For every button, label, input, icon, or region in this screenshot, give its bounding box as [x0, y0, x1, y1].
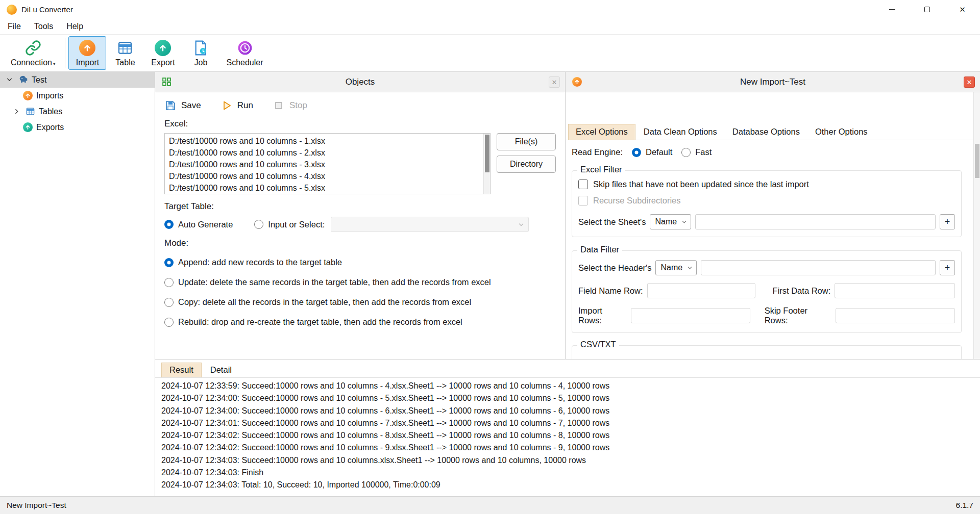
tree-item-test[interactable]: Test: [0, 72, 155, 88]
auto-generate-option[interactable]: Auto Generate: [164, 220, 233, 229]
excel-file-area: D:/test/10000 rows and 10 columns - 1.xl…: [164, 133, 556, 194]
window-title: DiLu Converter: [21, 5, 73, 14]
header-name-input[interactable]: [701, 260, 936, 275]
import-icon: [79, 39, 96, 57]
directory-button[interactable]: Directory: [497, 156, 556, 173]
file-list-scrollbar-thumb[interactable]: [485, 135, 489, 172]
toolbar-table-button[interactable]: Table: [106, 36, 144, 70]
import-close-button[interactable]: ✕: [964, 76, 975, 88]
run-button[interactable]: Run: [220, 99, 253, 112]
fast-label: Fast: [695, 147, 712, 157]
select-sheet-row: Select the Sheet's Name +: [578, 214, 955, 229]
tree-item-imports[interactable]: Imports: [0, 88, 155, 104]
minimize-button[interactable]: [874, 0, 910, 19]
stop-button[interactable]: Stop: [273, 99, 307, 112]
toolbar-import-button[interactable]: Import: [68, 36, 106, 70]
import-panel-scrollbar[interactable]: [973, 92, 980, 359]
minimize-icon: [889, 9, 895, 10]
target-table-select[interactable]: [331, 217, 529, 232]
tab-database-options[interactable]: Database Options: [725, 124, 807, 140]
skip-files-option[interactable]: Skip files that have not been updated si…: [578, 179, 955, 189]
read-engine-default-option[interactable]: Default: [632, 147, 672, 157]
file-list-item[interactable]: D:/test/10000 rows and 10 columns - 2.xl…: [169, 147, 482, 159]
menu-file[interactable]: File: [1, 19, 28, 35]
status-version: 6.1.7: [956, 501, 973, 510]
chevron-right-icon[interactable]: [11, 107, 21, 117]
close-button[interactable]: ✕: [945, 0, 980, 19]
menu-help[interactable]: Help: [60, 19, 90, 35]
chevron-down-icon[interactable]: [4, 75, 14, 85]
excel-filter-title: Excel Filter: [577, 165, 625, 174]
sheet-match-value: Name: [655, 217, 677, 226]
chevron-down-icon: [518, 222, 524, 228]
file-list-item[interactable]: D:/test/10000 rows and 10 columns - 3.xl…: [169, 159, 482, 170]
log-line: 2024-10-07 12:34:01: Succeed:10000 rows …: [161, 417, 974, 429]
tree-item-label: Exports: [36, 123, 64, 132]
read-engine-fast-option[interactable]: Fast: [681, 147, 712, 157]
titlebar: DiLu Converter ✕: [0, 0, 980, 19]
recurse-subdirectories-checkbox: [578, 196, 588, 205]
toolbar-scheduler-label: Scheduler: [226, 58, 263, 67]
add-header-filter-button[interactable]: +: [940, 260, 955, 275]
plus-icon: +: [945, 217, 950, 227]
log-line: 2024-10-07 12:34:00: Succeed:10000 rows …: [161, 392, 974, 404]
file-list-item[interactable]: D:/test/10000 rows and 10 columns - 5.xl…: [169, 182, 482, 194]
row-numbers-row-2: Import Rows: Skip Footer Rows:: [578, 306, 955, 325]
menu-tools[interactable]: Tools: [28, 19, 60, 35]
excel-filter-group: Excel Filter Skip files that have not be…: [572, 170, 962, 237]
tab-data-clean-options[interactable]: Data Clean Options: [636, 124, 724, 140]
plus-icon: +: [945, 263, 950, 273]
mode-options: Append: add new records to the target ta…: [164, 252, 556, 332]
input-or-select-option[interactable]: Input or Select:: [254, 220, 325, 229]
excel-file-list[interactable]: D:/test/10000 rows and 10 columns - 1.xl…: [164, 133, 491, 194]
add-sheet-filter-button[interactable]: +: [940, 214, 955, 229]
field-name-row-input[interactable]: [647, 283, 755, 298]
file-list-scrollbar[interactable]: [483, 134, 490, 194]
mode-option-append[interactable]: Append: add new records to the target ta…: [164, 252, 556, 272]
tab-other-options[interactable]: Other Options: [808, 124, 875, 140]
toolbar-connection-button[interactable]: Connection▾: [4, 36, 62, 70]
toolbar-table-label: Table: [115, 58, 135, 67]
mode-option-update[interactable]: Update: delete the same records in the t…: [164, 272, 556, 292]
close-icon: ✕: [552, 79, 557, 86]
file-list-item[interactable]: D:/test/10000 rows and 10 columns - 4.xl…: [169, 170, 482, 182]
objects-grid-icon: [161, 77, 172, 87]
header-match-select[interactable]: Name: [655, 260, 697, 275]
target-table-row: Auto Generate Input or Select:: [164, 217, 556, 232]
skip-files-label: Skip files that have not been updated si…: [593, 179, 809, 189]
import-panel-header: New Import~Test ✕: [566, 72, 980, 92]
default-radio: [632, 148, 641, 157]
first-data-row-label: First Data Row:: [773, 286, 831, 296]
import-rows-label: Import Rows:: [578, 306, 627, 325]
first-data-row-input[interactable]: [835, 283, 955, 298]
sheet-name-input[interactable]: [695, 214, 936, 229]
mode-option-copy[interactable]: Copy: delete all the records in the targ…: [164, 292, 556, 312]
toolbar-export-button[interactable]: Export: [144, 36, 182, 70]
mode-option-rebuild[interactable]: Rebuild: drop and re-create the target t…: [164, 312, 556, 332]
objects-close-button[interactable]: ✕: [549, 76, 560, 88]
data-filter-group: Data Filter Select the Header's Name + F…: [572, 250, 962, 333]
recurse-subdirectories-option[interactable]: Recurse Subdirectories: [578, 196, 955, 205]
skip-footer-rows-label: Skip Footer Rows:: [765, 306, 831, 325]
maximize-button[interactable]: [910, 0, 945, 19]
tree-item-exports[interactable]: Exports: [0, 119, 155, 135]
toolbar-job-button[interactable]: Job: [182, 36, 219, 70]
tab-excel-options[interactable]: Excel Options: [568, 124, 635, 140]
maximize-icon: [924, 7, 930, 12]
result-tabs: Result Detail: [155, 363, 980, 378]
sheet-match-select[interactable]: Name: [650, 214, 691, 229]
select-header-row: Select the Header's Name +: [578, 260, 955, 275]
import-panel-scrollbar-thumb[interactable]: [975, 144, 979, 178]
tab-detail[interactable]: Detail: [203, 363, 239, 377]
toolbar-scheduler-button[interactable]: Scheduler: [219, 36, 270, 70]
tree-item-tables[interactable]: Tables: [0, 104, 155, 119]
file-list-item[interactable]: D:/test/10000 rows and 10 columns - 1.xl…: [169, 135, 482, 147]
save-button[interactable]: Save: [164, 99, 201, 112]
tab-result[interactable]: Result: [161, 363, 202, 377]
skip-files-checkbox: [578, 179, 588, 189]
files-button[interactable]: File(s): [497, 133, 556, 150]
log-line: 2024-10-07 12:34:00: Succeed:10000 rows …: [161, 405, 974, 417]
input-or-select-label: Input or Select:: [268, 220, 325, 229]
skip-footer-rows-input[interactable]: [836, 308, 955, 323]
import-rows-input[interactable]: [631, 308, 750, 323]
